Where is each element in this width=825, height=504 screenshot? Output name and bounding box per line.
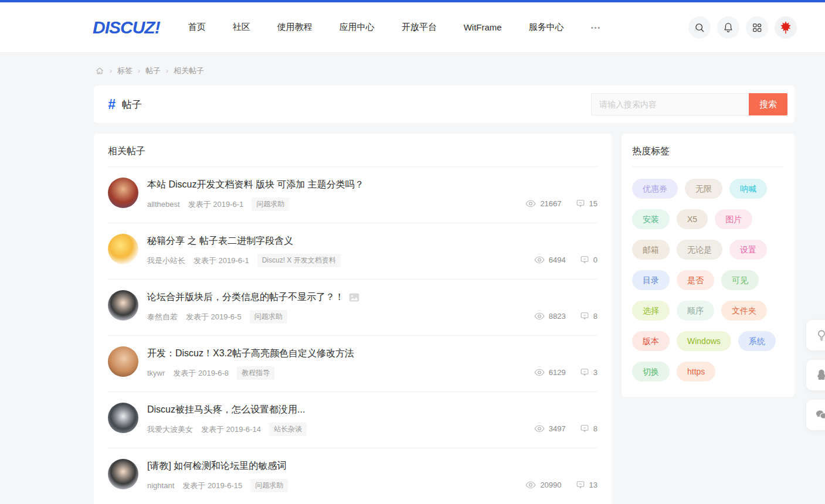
hot-tag[interactable]: 优惠券 [632, 179, 678, 199]
current-tag-title: 帖子 [122, 98, 142, 111]
post-views: 21667 [540, 199, 561, 208]
post-comments: 15 [589, 199, 597, 208]
avatar[interactable] [108, 234, 138, 264]
hot-tag[interactable]: 邮箱 [632, 240, 670, 260]
post-date: 发表于 2019-6-8 [173, 368, 229, 379]
post-title[interactable]: 秘籍分享 之 帖子表二进制字段含义 [147, 234, 534, 247]
hot-tag[interactable]: 图片 [715, 209, 752, 229]
hot-tag[interactable]: 可见 [721, 270, 759, 290]
wechat-icon [814, 408, 825, 422]
hot-tag[interactable]: 切换 [632, 362, 670, 382]
post-comments: 13 [589, 481, 597, 489]
post-meta: 我是小站长 发表于 2019-6-1 Discuz! X 开发文档资料 [147, 254, 534, 267]
post-author[interactable]: nightant [147, 481, 174, 490]
post-row[interactable]: 论坛合并版块后，分类信息的帖子不显示了？！ 泰然自若 发表于 2019-6-5 … [108, 280, 597, 336]
hot-tag[interactable]: Windows [677, 331, 731, 351]
post-author[interactable]: allthebest [147, 200, 180, 209]
hot-tag[interactable]: 版本 [632, 331, 670, 351]
post-date: 发表于 2019-6-14 [201, 424, 261, 435]
hot-tag[interactable]: X5 [677, 209, 708, 229]
avatar[interactable] [108, 290, 138, 321]
avatar[interactable] [108, 403, 138, 433]
hot-tag[interactable]: 系统 [738, 331, 776, 351]
hot-tag[interactable]: 无限 [685, 179, 722, 199]
post-comments: 8 [593, 424, 597, 433]
post-category[interactable]: 问题求助 [250, 479, 288, 492]
post-author[interactable]: 我是小站长 [147, 256, 185, 266]
hot-tag[interactable]: 文件夹 [721, 301, 767, 321]
post-row[interactable]: 开发：Discuz！X3.2帖子高亮颜色自定义修改方法 tkywr 发表于 20… [108, 336, 597, 392]
avatar[interactable] [108, 346, 138, 377]
hot-tag[interactable]: 顺序 [677, 301, 714, 321]
post-date: 发表于 2019-6-15 [182, 481, 242, 491]
notifications-button[interactable] [717, 16, 739, 39]
breadcrumb: › 标签 › 帖子 › 相关帖子 [94, 53, 795, 86]
post-title[interactable]: [请教] 如何检测和论坛里的敏感词 [147, 459, 525, 472]
hot-tag[interactable]: https [677, 362, 715, 382]
user-avatar[interactable] [775, 16, 797, 39]
hot-tag[interactable]: 是否 [677, 270, 714, 290]
hot-tag[interactable]: 安装 [632, 209, 670, 229]
home-icon[interactable] [95, 66, 104, 76]
search-input[interactable] [591, 93, 749, 115]
post-title-text: 论坛合并版块后，分类信息的帖子不显示了？！ [147, 291, 344, 304]
breadcrumb-separator: › [110, 67, 112, 75]
comments-icon [576, 480, 585, 489]
hash-icon: # [108, 97, 116, 113]
wechat-contact-button[interactable] [806, 400, 825, 430]
post-row[interactable]: 秘籍分享 之 帖子表二进制字段含义 我是小站长 发表于 2019-6-1 Dis… [108, 223, 597, 280]
post-meta: nightant 发表于 2019-6-15 问题求助 [147, 479, 525, 492]
breadcrumb-related-posts: 相关帖子 [174, 66, 204, 76]
post-row[interactable]: 本站 Discuz开发文档资料 版块 可添加 主题分类吗？ allthebest… [108, 167, 597, 223]
post-meta: 我爱大波美女 发表于 2019-6-14 站长杂谈 [147, 423, 534, 436]
post-row[interactable]: [请教] 如何检测和论坛里的敏感词 nightant 发表于 2019-6-15… [108, 448, 597, 504]
post-title[interactable]: 本站 Discuz开发文档资料 版块 可添加 主题分类吗？ [147, 178, 525, 191]
post-author[interactable]: 泰然自若 [147, 312, 178, 322]
hot-tag[interactable]: 无论是 [677, 240, 722, 260]
avatar[interactable] [108, 459, 138, 489]
post-date: 发表于 2019-6-1 [188, 199, 244, 210]
nav-item-witframe[interactable]: WitFrame [464, 22, 502, 32]
breadcrumb-posts[interactable]: 帖子 [145, 66, 161, 76]
post-row[interactable]: Discuz被挂马头疼，怎么设置都没用... 我爱大波美女 发表于 2019-6… [108, 392, 597, 448]
search-submit-button[interactable]: 搜索 [749, 93, 787, 115]
post-category[interactable]: 问题求助 [252, 197, 289, 211]
nav-item-home[interactable]: 首页 [188, 22, 206, 33]
post-title[interactable]: 论坛合并版块后，分类信息的帖子不显示了？！ [147, 291, 534, 304]
breadcrumb-tags[interactable]: 标签 [117, 66, 133, 76]
nav-item-service-center[interactable]: 服务中心 [529, 22, 564, 33]
nav-item-community[interactable]: 社区 [233, 22, 250, 33]
feedback-button[interactable] [806, 320, 825, 350]
nav-more-ellipsis[interactable]: ••• [591, 24, 602, 31]
post-stats: 21667 15 [525, 199, 597, 208]
post-author[interactable]: tkywr [147, 369, 165, 377]
qq-icon [814, 368, 825, 382]
hot-tag[interactable]: 呐喊 [729, 179, 767, 199]
post-title-text: 开发：Discuz！X3.2帖子高亮颜色自定义修改方法 [147, 347, 354, 360]
post-category[interactable]: 问题求助 [250, 310, 287, 323]
hot-tag[interactable]: 目录 [632, 270, 670, 290]
qq-contact-button[interactable] [806, 360, 825, 390]
views-icon [525, 199, 536, 208]
post-comments: 8 [593, 312, 597, 321]
hot-tag[interactable]: 选择 [632, 301, 670, 321]
post-category[interactable]: Discuz! X 开发文档资料 [257, 254, 341, 267]
post-stats: 20990 13 [525, 480, 597, 489]
post-author[interactable]: 我爱大波美女 [147, 424, 193, 435]
nav-item-tutorials[interactable]: 使用教程 [277, 22, 313, 33]
comments-icon [580, 367, 589, 377]
post-category[interactable]: 教程指导 [237, 366, 274, 380]
hot-tag[interactable]: 设置 [729, 240, 767, 260]
post-title[interactable]: Discuz被挂马头疼，怎么设置都没用... [147, 403, 534, 416]
breadcrumb-separator: › [166, 67, 168, 75]
views-icon [534, 424, 545, 433]
post-category[interactable]: 站长杂谈 [269, 423, 307, 436]
search-button[interactable] [688, 16, 711, 39]
comments-icon [580, 255, 589, 264]
nav-item-app-center[interactable]: 应用中心 [339, 22, 375, 33]
nav-item-open-platform[interactable]: 开放平台 [402, 22, 437, 33]
avatar[interactable] [108, 178, 138, 208]
apps-button[interactable] [746, 16, 768, 39]
discuz-logo[interactable]: DISCUZ! [93, 18, 160, 38]
post-title[interactable]: 开发：Discuz！X3.2帖子高亮颜色自定义修改方法 [147, 347, 534, 360]
